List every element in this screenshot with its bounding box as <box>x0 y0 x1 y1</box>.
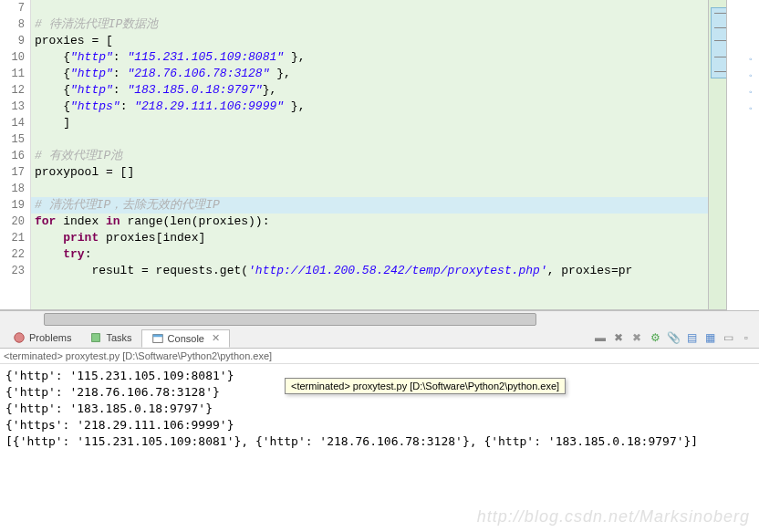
horizontal-scrollbar[interactable] <box>0 310 759 327</box>
line-number: 23 <box>0 263 25 279</box>
tab-label: Problems <box>29 332 71 343</box>
tasks-icon <box>89 331 102 344</box>
tab-console[interactable]: Console ✕ <box>141 329 230 348</box>
bottom-panel-tabs: Problems Tasks Console ✕ ▬ ✖ ✖ ⚙ 📎 ▤ ▦ ▭… <box>0 327 759 349</box>
scrollbar-thumb[interactable] <box>44 313 536 326</box>
close-icon[interactable]: ✕ <box>212 332 220 344</box>
warning-icon <box>13 331 26 344</box>
line-number: 15 <box>0 131 25 148</box>
scroll-lock-icon[interactable]: ⚙ <box>648 330 662 345</box>
code-line[interactable]: try: <box>31 246 708 263</box>
remove-launch-icon[interactable]: ▬ <box>593 330 608 345</box>
line-number-gutter: 7891011121314151617181920212223 <box>0 0 31 309</box>
watermark-text: http://blog.csdn.net/Marksinoberg <box>477 507 750 527</box>
outline-marker-icon[interactable]: ◦ <box>748 88 754 98</box>
code-line[interactable]: # 清洗代理IP，去除无效的代理IP <box>31 197 708 214</box>
code-area[interactable]: # 待清洗代理IP数据池proxies = [ {"http": "115.23… <box>31 0 708 309</box>
clear-console-icon[interactable]: ✖ <box>629 330 644 345</box>
line-number: 16 <box>0 148 25 164</box>
display-selected-icon[interactable]: ▤ <box>684 330 699 345</box>
open-console-icon[interactable]: ▦ <box>702 330 717 345</box>
outline-marker-icon[interactable]: ◦ <box>748 71 754 81</box>
console-icon <box>151 332 164 345</box>
code-line[interactable]: {"https": "218.29.111.106:9999" }, <box>31 99 708 115</box>
line-number: 10 <box>0 49 25 66</box>
tab-problems[interactable]: Problems <box>4 329 80 346</box>
line-number: 7 <box>0 0 25 16</box>
code-line[interactable]: result = requests.get('http://101.200.58… <box>31 263 708 279</box>
terminated-tooltip: <terminated> proxytest.py [D:\Software\P… <box>285 378 566 394</box>
maximize-icon[interactable]: ▫ <box>739 330 754 345</box>
outline-sidebar: type f ◦ ◦ ◦ ◦ <box>726 0 759 310</box>
line-number: 18 <box>0 181 25 197</box>
pin-console-icon[interactable]: 📎 <box>666 330 681 345</box>
outline-marker-icon[interactable]: ◦ <box>748 104 754 114</box>
outline-marker-icon[interactable]: ◦ <box>748 55 754 65</box>
svg-rect-1 <box>92 333 100 341</box>
code-line[interactable]: proxypool = [] <box>31 164 708 181</box>
line-number: 20 <box>0 214 25 230</box>
terminated-status: <terminated> proxytest.py [D:\Software\P… <box>0 349 759 364</box>
line-number: 11 <box>0 66 25 82</box>
code-line[interactable]: # 待清洗代理IP数据池 <box>31 16 708 33</box>
line-number: 13 <box>0 99 25 115</box>
code-line[interactable]: for index in range(len(proxies)): <box>31 214 708 230</box>
tab-label: Console <box>168 333 204 344</box>
code-editor[interactable]: 7891011121314151617181920212223 # 待清洗代理I… <box>0 0 759 310</box>
svg-point-0 <box>15 332 25 342</box>
console-toolbar: ▬ ✖ ✖ ⚙ 📎 ▤ ▦ ▭ ▫ <box>593 330 754 345</box>
console-line: {'https': '218.29.111.106:9999'} <box>5 417 754 433</box>
line-number: 17 <box>0 164 25 181</box>
line-number: 8 <box>0 16 25 33</box>
code-line[interactable] <box>31 181 708 197</box>
tab-label: Tasks <box>106 332 131 343</box>
code-line[interactable]: {"http": "115.231.105.109:8081" }, <box>31 49 708 66</box>
console-line: [{'http': '115.231.105.109:8081'}, {'htt… <box>5 433 754 450</box>
minimize-icon[interactable]: ▭ <box>721 330 735 345</box>
console-line: {'http': '183.185.0.18:9797'} <box>5 401 754 417</box>
remove-all-icon[interactable]: ✖ <box>611 330 626 345</box>
code-line[interactable]: {"http": "183.185.0.18:9797"}, <box>31 82 708 99</box>
code-line[interactable]: {"http": "218.76.106.78:3128" }, <box>31 66 708 82</box>
line-number: 9 <box>0 33 25 49</box>
svg-rect-3 <box>152 334 162 337</box>
code-line[interactable] <box>31 0 708 16</box>
line-number: 12 <box>0 82 25 99</box>
code-line[interactable]: print proxies[index] <box>31 230 708 246</box>
line-number: 19 <box>0 197 25 214</box>
code-line[interactable]: ] <box>31 115 708 131</box>
code-line[interactable] <box>31 131 708 148</box>
code-line[interactable]: proxies = [ <box>31 33 708 49</box>
line-number: 21 <box>0 230 25 246</box>
tab-tasks[interactable]: Tasks <box>80 329 140 346</box>
code-line[interactable]: # 有效代理IP池 <box>31 148 708 164</box>
line-number: 14 <box>0 115 25 131</box>
line-number: 22 <box>0 246 25 263</box>
